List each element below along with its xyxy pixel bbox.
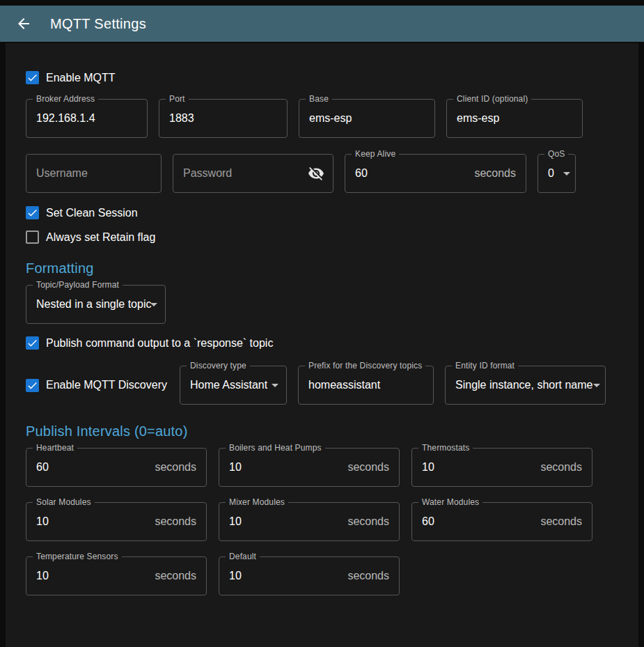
boilers-heat-pumps-label: Boilers and Heat Pumps [226,443,325,453]
entity-id-format-value: Single instance, short name [446,379,592,391]
seconds-adornment: seconds [155,515,206,528]
publish-response-label: Publish command output to a `response` t… [46,337,273,350]
qos-value: 0 [538,167,554,180]
port-label: Port [166,94,189,104]
boilers-heat-pumps-input[interactable] [219,449,347,486]
entity-id-format-label: Entity ID format [452,361,518,371]
solar-modules-field: Solar Modules seconds [26,502,207,541]
client-id-input[interactable] [447,100,582,137]
discovery-prefix-field: Prefix for the Discovery topics [298,366,434,405]
publish-intervals-grid: Heartbeat seconds Boilers and Heat Pumps… [26,448,618,595]
page-title: MQTT Settings [50,16,146,32]
topic-payload-format-label: Topic/Payload Format [33,280,123,290]
heartbeat-label: Heartbeat [33,443,77,453]
set-clean-session-checkbox[interactable]: Set Clean Session [26,206,138,219]
temperature-sensors-field: Temperature Sensors seconds [26,556,207,595]
back-button[interactable] [10,10,38,38]
discovery-type-value: Home Assistant [180,379,267,391]
topic-payload-format-value: Nested in a single topic [26,298,151,311]
keep-alive-label: Keep Alive [352,149,399,159]
thermostats-field: Thermostats seconds [411,448,592,487]
username-input[interactable] [26,155,161,192]
base-label: Base [306,94,332,104]
default-interval-label: Default [226,552,260,561]
settings-panel: Enable MQTT Broker Address Port Base Cli… [6,43,638,647]
broker-row: Broker Address Port Base Client ID (opti… [26,99,618,138]
seconds-adornment: seconds [540,461,592,474]
solar-modules-input[interactable] [26,503,155,540]
discovery-prefix-label: Prefix for the Discovery topics [305,361,425,371]
water-modules-field: Water Modules seconds [411,502,592,541]
seconds-adornment: seconds [155,570,206,582]
topic-payload-format-select[interactable]: Topic/Payload Format Nested in a single … [26,285,166,324]
port-field: Port [159,99,288,138]
dropdown-caret-icon [558,165,575,182]
retain-flag-checkbox[interactable]: Always set Retain flag [26,231,155,244]
discovery-type-label: Discovery type [187,361,250,371]
visibility-off-icon [308,165,324,182]
formatting-heading: Formatting [26,260,618,276]
boilers-heat-pumps-field: Boilers and Heat Pumps seconds [219,448,400,487]
arrow-back-icon [15,15,32,32]
port-input[interactable] [159,100,287,137]
checkbox-checked-icon [26,71,39,84]
checkbox-checked-icon [26,336,39,350]
publish-intervals-heading: Publish Intervals (0=auto) [26,423,618,439]
keep-alive-adornment: seconds [474,167,526,180]
thermostats-label: Thermostats [418,443,473,453]
credentials-row: Keep Alive seconds QoS 0 [26,154,618,193]
username-field [26,154,162,193]
water-modules-input[interactable] [412,503,540,540]
broker-address-input[interactable] [26,100,147,137]
enable-mqtt-checkbox[interactable]: Enable MQTT [26,71,116,84]
entity-id-format-select[interactable]: Entity ID format Single instance, short … [445,366,606,405]
checkbox-unchecked-icon [26,231,39,244]
discovery-prefix-input[interactable] [299,366,433,404]
mixer-modules-field: Mixer Modules seconds [219,502,400,541]
discovery-row: Enable MQTT Discovery Discovery type Hom… [26,366,618,405]
heartbeat-input[interactable] [26,449,155,486]
temperature-sensors-label: Temperature Sensors [33,552,122,561]
heartbeat-field: Heartbeat seconds [26,448,207,487]
thermostats-input[interactable] [412,449,540,486]
qos-label: QoS [544,149,568,159]
toggle-password-visibility-button[interactable] [302,159,330,187]
enable-mqtt-label: Enable MQTT [46,72,116,84]
retain-flag-label: Always set Retain flag [46,231,155,244]
client-id-field: Client ID (optional) [446,99,583,138]
qos-select[interactable]: QoS 0 [537,154,576,193]
water-modules-label: Water Modules [418,497,482,507]
keep-alive-field: Keep Alive seconds [345,154,526,193]
keep-alive-input[interactable] [345,155,474,192]
client-id-label: Client ID (optional) [453,94,531,104]
broker-address-label: Broker Address [33,94,98,104]
set-clean-session-label: Set Clean Session [46,207,138,219]
base-input[interactable] [299,100,434,137]
default-interval-field: Default seconds [219,556,400,595]
broker-address-field: Broker Address [26,99,148,138]
publish-response-checkbox[interactable]: Publish command output to a `response` t… [26,336,273,350]
mixer-modules-label: Mixer Modules [226,497,288,507]
seconds-adornment: seconds [540,515,592,528]
temperature-sensors-input[interactable] [26,557,155,595]
discovery-type-select[interactable]: Discovery type Home Assistant [180,366,287,405]
mixer-modules-input[interactable] [219,503,347,540]
enable-discovery-checkbox[interactable]: Enable MQTT Discovery [26,379,168,392]
base-field: Base [299,99,435,138]
solar-modules-label: Solar Modules [33,497,95,507]
enable-discovery-label: Enable MQTT Discovery [46,379,167,391]
checkbox-checked-icon [26,379,39,392]
password-input[interactable] [173,155,302,192]
seconds-adornment: seconds [347,461,399,474]
app-bar: MQTT Settings [0,6,644,42]
seconds-adornment: seconds [347,570,399,582]
password-field [173,154,333,193]
seconds-adornment: seconds [347,515,399,528]
seconds-adornment: seconds [155,461,206,474]
topic-format-row: Topic/Payload Format Nested in a single … [26,285,618,324]
default-interval-input[interactable] [219,557,347,595]
dropdown-caret-icon [267,377,283,393]
checkbox-checked-icon [26,206,39,219]
